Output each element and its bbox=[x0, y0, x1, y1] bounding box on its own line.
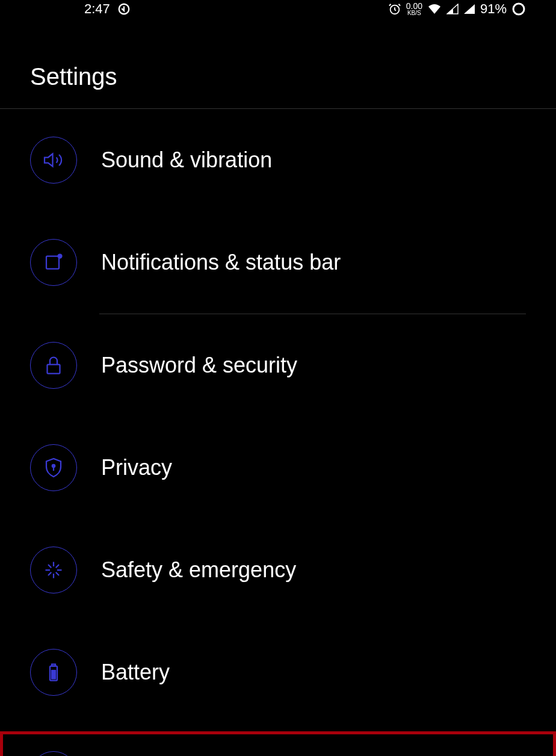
settings-item-notifications[interactable]: Notifications & status bar bbox=[0, 211, 556, 314]
settings-item-label: Notifications & status bar bbox=[101, 250, 341, 275]
signal-icon-1 bbox=[446, 4, 459, 14]
data-rate: 0.00 KB/S bbox=[406, 2, 422, 16]
settings-item-privacy[interactable]: Privacy bbox=[0, 417, 556, 519]
svg-rect-8 bbox=[52, 665, 55, 666]
status-time: 2:47 bbox=[84, 1, 110, 17]
svg-point-6 bbox=[52, 465, 55, 468]
svg-point-4 bbox=[58, 255, 62, 258]
battery-percent: 91% bbox=[480, 1, 507, 17]
svg-rect-9 bbox=[52, 671, 55, 679]
status-left: 2:47 bbox=[84, 1, 131, 17]
app-icon bbox=[117, 2, 131, 16]
alarm-icon bbox=[388, 2, 401, 16]
settings-item-password[interactable]: Password & security bbox=[0, 314, 556, 417]
settings-item-apps[interactable]: Apps bbox=[0, 731, 556, 756]
settings-item-label: Privacy bbox=[101, 455, 172, 480]
page-title: Settings bbox=[0, 18, 556, 108]
lock-icon bbox=[30, 342, 77, 389]
settings-item-label: Sound & vibration bbox=[101, 147, 272, 173]
battery-circle-icon bbox=[511, 2, 526, 16]
settings-item-label: Safety & emergency bbox=[101, 557, 296, 583]
settings-item-battery[interactable]: Battery bbox=[0, 621, 556, 723]
svg-point-2 bbox=[513, 4, 524, 14]
privacy-icon bbox=[30, 444, 77, 491]
settings-item-label: Password & security bbox=[101, 353, 297, 378]
signal-icon-2 bbox=[463, 4, 475, 14]
svg-rect-3 bbox=[46, 256, 59, 269]
apps-icon bbox=[30, 751, 77, 756]
status-right: 0.00 KB/S 91% bbox=[388, 1, 526, 17]
wifi-icon bbox=[427, 3, 442, 15]
sound-icon bbox=[30, 137, 77, 184]
emergency-icon bbox=[30, 547, 77, 593]
notifications-icon bbox=[30, 239, 77, 286]
settings-item-safety[interactable]: Safety & emergency bbox=[0, 519, 556, 621]
settings-item-label: Battery bbox=[101, 660, 170, 685]
settings-list: Sound & vibration Notifications & status… bbox=[0, 109, 556, 756]
svg-rect-5 bbox=[48, 365, 60, 374]
battery-icon bbox=[30, 649, 77, 696]
status-bar: 2:47 0.00 KB/S bbox=[0, 0, 556, 18]
settings-item-sound[interactable]: Sound & vibration bbox=[0, 109, 556, 211]
